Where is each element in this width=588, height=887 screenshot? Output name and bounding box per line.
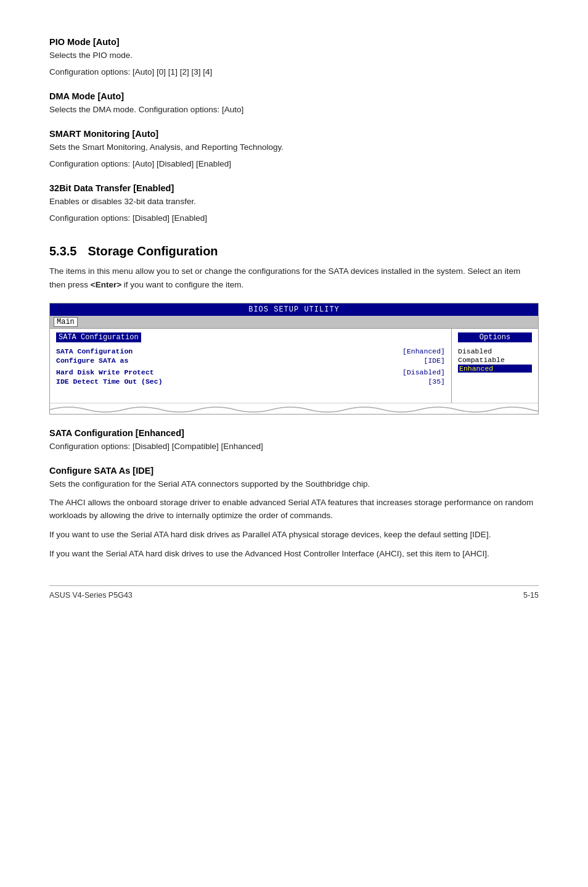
bios-option-0: Disabled	[458, 347, 532, 355]
bios-row-2: Hard Disk Write Protect [Disabled]	[56, 368, 445, 376]
bios-left-panel: SATA Configuration SATA Configuration [E…	[50, 329, 452, 403]
bios-title-bar: BIOS SETUP UTILITY	[50, 303, 538, 316]
bios-row-0: SATA Configuration [Enhanced]	[56, 347, 445, 355]
configure-sata-body-0: Sets the configuration for the Serial AT…	[49, 478, 539, 491]
pio-mode-heading: PIO Mode [Auto]	[49, 37, 539, 47]
32bit-transfer-section: 32Bit Data Transfer [Enabled] Enables or…	[49, 183, 539, 225]
dma-mode-body-0: Selects the DMA mode. Configuration opti…	[49, 104, 539, 117]
dma-mode-heading: DMA Mode [Auto]	[49, 91, 539, 101]
32bit-transfer-body-1: Configuration options: [Disabled] [Enabl…	[49, 212, 539, 225]
bios-row-3-label: IDE Detect Time Out (Sec)	[56, 377, 163, 386]
bios-title: BIOS SETUP UTILITY	[248, 305, 340, 314]
bios-nav-bar: Main	[50, 316, 538, 329]
section-title: Storage Configuration	[88, 244, 218, 258]
bios-row-3: IDE Detect Time Out (Sec) [35]	[56, 377, 445, 386]
bios-row-0-value: [Enhanced]	[402, 347, 445, 355]
sata-config-heading: SATA Configuration [Enhanced]	[49, 428, 539, 438]
footer-right: 5-15	[523, 591, 539, 600]
bios-screenshot: BIOS SETUP UTILITY Main SATA Configurati…	[49, 303, 539, 415]
configure-sata-heading: Configure SATA As [IDE]	[49, 466, 539, 476]
configure-sata-body-1: The AHCI allows the onboard storage driv…	[49, 497, 539, 522]
bios-option-2: Enhanced	[458, 365, 532, 373]
bios-option-1: Compatiable	[458, 356, 532, 364]
smart-monitoring-section: SMART Monitoring [Auto] Sets the Smart M…	[49, 129, 539, 171]
smart-monitoring-body-1: Configuration options: [Auto] [Disabled]…	[49, 158, 539, 171]
storage-config-intro: The items in this menu allow you to set …	[49, 265, 539, 291]
bios-row-1: Configure SATA as [IDE]	[56, 357, 445, 365]
bios-right-panel: Options Disabled Compatiable Enhanced	[452, 329, 538, 403]
storage-config-major-section: 5.3.5Storage Configuration The items in …	[49, 244, 539, 291]
configure-sata-subsection: Configure SATA As [IDE] Sets the configu…	[49, 466, 539, 561]
bios-section-label: SATA Configuration	[56, 332, 141, 342]
bios-wave-decoration	[50, 403, 538, 414]
bios-row-1-value: [IDE]	[423, 357, 445, 365]
pio-mode-body-1: Configuration options: [Auto] [0] [1] [2…	[49, 66, 539, 79]
sata-config-subsection: SATA Configuration [Enhanced] Configurat…	[49, 428, 539, 453]
smart-monitoring-heading: SMART Monitoring [Auto]	[49, 129, 539, 139]
bios-nav-main[interactable]: Main	[54, 317, 78, 327]
bios-body: SATA Configuration SATA Configuration [E…	[50, 329, 538, 403]
smart-monitoring-body-0: Sets the Smart Monitoring, Analysis, and…	[49, 141, 539, 154]
bios-section-label-wrapper: SATA Configuration	[56, 332, 445, 347]
section-number: 5.3.5	[49, 244, 76, 258]
32bit-transfer-heading: 32Bit Data Transfer [Enabled]	[49, 183, 539, 193]
bios-options-label: Options	[458, 332, 532, 342]
bios-row-3-value: [35]	[428, 377, 445, 386]
page-footer: ASUS V4-Series P5G43 5-15	[49, 585, 539, 600]
32bit-transfer-body-0: Enables or disables 32-bit data transfer…	[49, 196, 539, 208]
bios-row-0-label: SATA Configuration	[56, 347, 133, 355]
configure-sata-body-2: If you want to use the Serial ATA hard d…	[49, 529, 539, 542]
configure-sata-body-3: If you want the Serial ATA hard disk dri…	[49, 548, 539, 561]
bios-row-1-label: Configure SATA as	[56, 357, 128, 365]
sata-config-body-0: Configuration options: [Disabled] [Compa…	[49, 440, 539, 453]
bios-row-2-label: Hard Disk Write Protect	[56, 368, 154, 376]
dma-mode-section: DMA Mode [Auto] Selects the DMA mode. Co…	[49, 91, 539, 117]
bios-row-2-value: [Disabled]	[402, 368, 445, 376]
pio-mode-body-0: Selects the PIO mode.	[49, 49, 539, 62]
pio-mode-section: PIO Mode [Auto] Selects the PIO mode. Co…	[49, 37, 539, 79]
footer-left: ASUS V4-Series P5G43	[49, 591, 133, 600]
wave-svg	[50, 403, 538, 414]
storage-config-title: 5.3.5Storage Configuration	[49, 244, 539, 258]
